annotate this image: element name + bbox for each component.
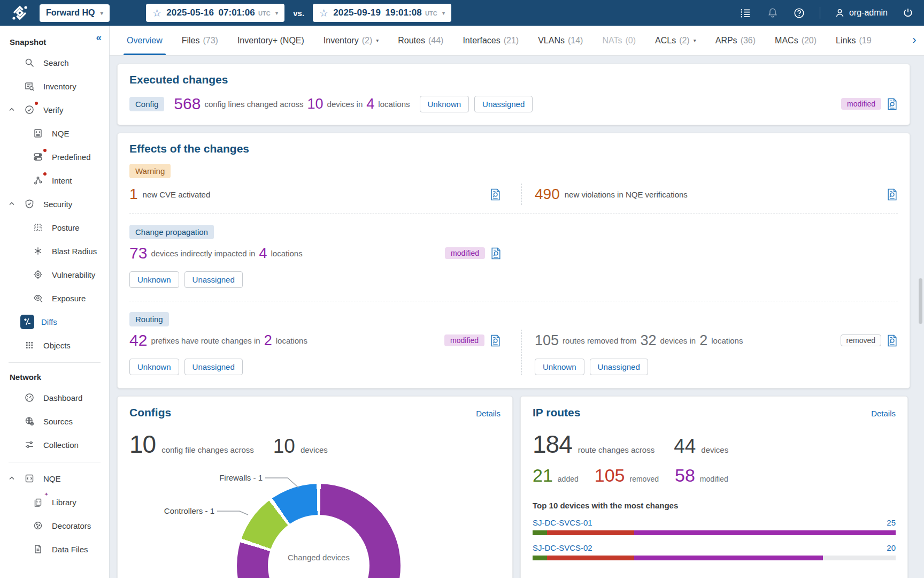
stat-number: 32 [640, 332, 656, 349]
removed-badge: removed [841, 334, 881, 346]
user-menu[interactable]: org-admin [834, 7, 888, 19]
predefined-checks-icon [31, 150, 45, 164]
device-link[interactable]: SJ-DC-SVCS-02 [533, 543, 592, 552]
data-files-icon [31, 542, 45, 556]
unknown-filter-button[interactable]: Unknown [129, 359, 179, 375]
notifications-bell-icon[interactable] [766, 6, 779, 19]
tab-acls[interactable]: ACLs(2)▾ [645, 26, 706, 55]
unassigned-filter-button[interactable]: Unassigned [474, 96, 533, 112]
sidebar-item-vulnerability[interactable]: Vulnerability [0, 263, 109, 286]
logout-power-icon[interactable] [902, 6, 914, 19]
card-title: Configs [129, 406, 171, 419]
stat-number: 44 [674, 435, 696, 458]
sources-globe-icon [22, 414, 36, 428]
stat-text: config file changes across [161, 445, 254, 454]
unknown-filter-button[interactable]: Unknown [535, 359, 584, 375]
notification-dot [34, 101, 39, 106]
tab-interfaces[interactable]: Interfaces(21) [453, 26, 528, 55]
sidebar-item-decorators[interactable]: Decorators [0, 514, 109, 537]
unknown-filter-button[interactable]: Unknown [129, 271, 179, 288]
sidebar-item-label: NQE [43, 474, 61, 483]
tab-macs[interactable]: MACs(20) [765, 26, 826, 55]
tab-inventory[interactable]: Inventory(2)▾ [314, 26, 388, 55]
tab-inventory-plus-nqe[interactable]: Inventory+ (NQE) [228, 26, 314, 55]
sidebar-item-security[interactable]: Security [0, 192, 109, 216]
tab-routes[interactable]: Routes(44) [388, 26, 453, 55]
notification-dot [42, 148, 48, 153]
stat-text: routes removed from [563, 336, 636, 345]
modified-badge: modified [444, 334, 484, 346]
sidebar-item-posture[interactable]: Posture [0, 216, 109, 239]
tab-count: (73) [203, 36, 218, 45]
tab-count: (20) [802, 36, 817, 45]
sidebar-item-exposure[interactable]: Exposure [0, 286, 109, 310]
tab-files[interactable]: Files(73) [172, 26, 228, 55]
donut-center-label: Changed devices [271, 553, 367, 562]
sidebar-item-blast-radius[interactable]: Blast Radius [0, 239, 109, 263]
posture-grid-icon [31, 220, 45, 234]
stat-number: 10 [129, 430, 156, 459]
forward-networks-logo[interactable] [10, 4, 31, 22]
sidebar-item-label: Verify [43, 105, 64, 115]
sidebar-divider [9, 362, 101, 363]
stat-number: 2 [699, 332, 707, 349]
view-diff-report-icon[interactable] [490, 334, 501, 347]
executed-changes-stat: 568 config lines changed across 10 devic… [174, 95, 410, 113]
snapshot-before-picker[interactable]: ☆ 2025-05-16 07:01:06 UTC ▾ [146, 4, 284, 22]
snapshot-before-tz: UTC [258, 10, 271, 17]
view-diff-report-icon[interactable] [887, 98, 898, 110]
sidebar-item-data-files[interactable]: Data Files [0, 537, 109, 561]
stat-text: prefixes have route changes in [151, 336, 260, 345]
sidebar-item-nqe[interactable]: NQE [0, 121, 109, 145]
help-icon[interactable] [793, 6, 806, 19]
sidebar-item-intent[interactable]: Intent [0, 169, 109, 192]
stat-text: new CVE activated [143, 190, 211, 199]
tab-overview[interactable]: Overview [117, 26, 172, 55]
chevron-up-icon [9, 476, 14, 480]
tab-label: VLANs [538, 36, 565, 45]
tab-links[interactable]: Links(19 [826, 26, 881, 55]
sidebar-item-search[interactable]: Search [0, 51, 109, 74]
sidebar-section-snapshot: Snapshot [0, 29, 109, 51]
configs-details-link[interactable]: Details [476, 409, 500, 418]
verify-icon [22, 103, 36, 117]
sidebar-item-dashboard[interactable]: Dashboard [0, 386, 109, 409]
tab-arps[interactable]: ARPs(36) [706, 26, 765, 55]
workspace-selector[interactable]: Forward HQ ▾ [40, 4, 110, 22]
change-propagation-badge: Change propagation [129, 225, 214, 239]
sidebar-item-library[interactable]: ✦ Library [0, 490, 109, 514]
sidebar-item-diffs[interactable]: Diffs [0, 310, 109, 333]
unassigned-filter-button[interactable]: Unassigned [184, 271, 243, 288]
chevron-up-icon [9, 202, 14, 206]
tab-nats[interactable]: NATs(0) [592, 26, 645, 55]
stat-number: 1 [129, 186, 138, 203]
tab-vlans[interactable]: VLANs(14) [528, 26, 592, 55]
sidebar-item-inventory[interactable]: Inventory [0, 74, 109, 98]
sidebar-item-nqe-group[interactable]: NQE [0, 467, 109, 490]
ip-routes-details-link[interactable]: Details [871, 409, 896, 418]
device-link[interactable]: SJ-DC-SVCS-01 [533, 518, 592, 527]
sidebar-collapse-icon[interactable]: « [96, 32, 102, 42]
sidebar-item-collection[interactable]: Collection [0, 433, 109, 457]
diffs-icon [20, 315, 34, 329]
unassigned-filter-button[interactable]: Unassigned [184, 359, 243, 375]
unassigned-filter-button[interactable]: Unassigned [590, 359, 648, 375]
sidebar-item-verify[interactable]: Verify [0, 98, 109, 121]
tabs-overflow-chevron[interactable]: › [905, 26, 924, 55]
snapshot-before-time: 07:01:06 [219, 7, 255, 18]
unknown-filter-button[interactable]: Unknown [420, 96, 469, 112]
sidebar-item-sources[interactable]: Sources [0, 409, 109, 433]
vertical-scrollbar-thumb[interactable] [919, 278, 922, 324]
view-diff-report-icon[interactable] [490, 188, 501, 201]
sidebar-item-label: Inventory [43, 82, 76, 91]
stat-number: 105 [535, 332, 559, 349]
snapshot-after-picker[interactable]: ☆ 2025-09-19 19:01:08 UTC ▾ [313, 4, 451, 22]
sidebar-item-objects[interactable]: Objects [0, 333, 109, 357]
view-diff-report-icon[interactable] [887, 334, 898, 347]
snapshot-list-icon[interactable] [740, 6, 752, 19]
stat-number: 4 [259, 245, 267, 262]
section-divider [129, 214, 898, 214]
sidebar-item-predefined[interactable]: Predefined [0, 145, 109, 169]
view-diff-report-icon[interactable] [887, 188, 898, 201]
view-diff-report-icon[interactable] [490, 247, 502, 260]
